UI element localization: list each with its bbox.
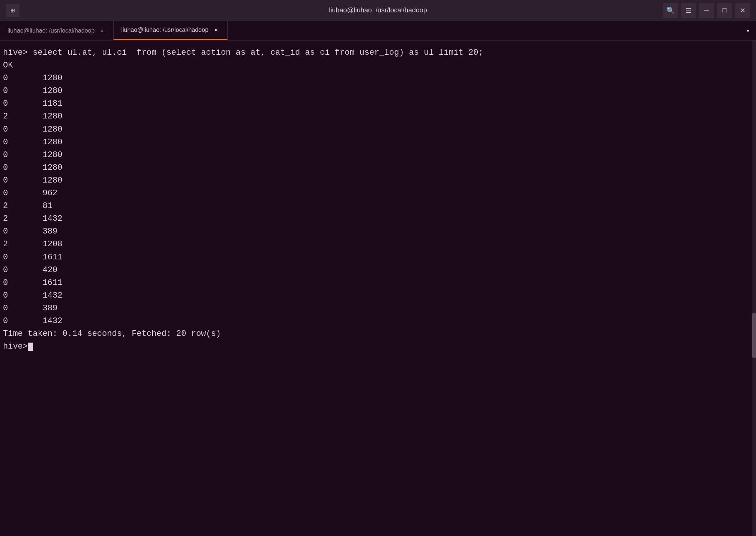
tabs-bar: liuhao@liuhao: /usr/local/hadoop × liuha…	[0, 21, 756, 40]
status-line: Time taken: 0.14 seconds, Fetched: 20 ro…	[3, 328, 753, 340]
table-row: 2 1208	[3, 238, 753, 251]
maximize-icon: □	[723, 6, 727, 14]
ok-line: OK	[3, 59, 753, 72]
table-row: 0 1432	[3, 289, 753, 302]
title-bar: ⊞ liuhao@liuhao: /usr/local/hadoop 🔍 ☰ ─…	[0, 0, 756, 21]
table-row: 0 1181	[3, 97, 753, 110]
menu-button[interactable]: ☰	[681, 3, 696, 18]
window-title: liuhao@liuhao: /usr/local/hadoop	[329, 6, 427, 14]
table-row: 2 1280	[3, 110, 753, 123]
title-bar-left: ⊞	[6, 4, 20, 17]
tabs-dropdown[interactable]: ▾	[740, 27, 756, 35]
scrollbar-thumb[interactable]	[752, 313, 756, 358]
table-row: 2 1432	[3, 213, 753, 225]
tab-2-label: liuhao@liuhao: /usr/local/hadoop	[121, 27, 208, 33]
table-row: 0 420	[3, 264, 753, 277]
scrollbar[interactable]	[752, 40, 756, 536]
data-rows: 0 12800 12800 11812 12800 12800 12800 12…	[3, 72, 753, 328]
cursor	[28, 343, 33, 351]
table-row: 0 1432	[3, 315, 753, 328]
table-row: 0 389	[3, 302, 753, 315]
table-row: 0 1280	[3, 85, 753, 97]
terminal-icon: ⊞	[6, 4, 20, 17]
window-controls: 🔍 ☰ ─ □ ✕	[663, 3, 750, 18]
table-row: 0 1280	[3, 136, 753, 149]
table-row: 0 1280	[3, 162, 753, 174]
prompt-line: hive>	[3, 340, 753, 353]
table-row: 0 1611	[3, 251, 753, 264]
table-row: 0 1280	[3, 149, 753, 162]
search-icon: 🔍	[666, 6, 675, 15]
tab-1[interactable]: liuhao@liuhao: /usr/local/hadoop ×	[0, 21, 114, 40]
tab-2[interactable]: liuhao@liuhao: /usr/local/hadoop ×	[114, 21, 227, 40]
prompt-text: hive>	[3, 340, 28, 353]
menu-icon: ☰	[686, 6, 692, 15]
table-row: 0 389	[3, 225, 753, 238]
search-button[interactable]: 🔍	[663, 3, 678, 18]
tab-1-label: liuhao@liuhao: /usr/local/hadoop	[8, 27, 94, 34]
minimize-icon: ─	[704, 6, 709, 14]
tab-2-close[interactable]: ×	[212, 26, 220, 34]
table-row: 0 962	[3, 187, 753, 200]
command-line: hive> select ul.at, ul.ci from (select a…	[3, 46, 753, 59]
terminal-output[interactable]: hive> select ul.at, ul.ci from (select a…	[0, 40, 756, 536]
table-row: 0 1280	[3, 72, 753, 85]
close-button[interactable]: ✕	[735, 3, 750, 18]
close-icon: ✕	[740, 6, 746, 15]
table-row: 0 1280	[3, 174, 753, 187]
table-row: 0 1611	[3, 277, 753, 289]
maximize-button[interactable]: □	[717, 3, 732, 18]
minimize-button[interactable]: ─	[699, 3, 714, 18]
table-row: 0 1280	[3, 123, 753, 136]
tab-1-close[interactable]: ×	[98, 27, 106, 34]
table-row: 2 81	[3, 200, 753, 213]
